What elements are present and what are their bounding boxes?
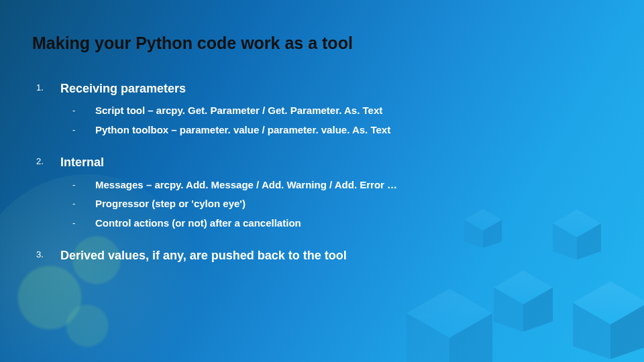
list-item: Derived values, if any, are pushed back … — [32, 248, 612, 263]
content-area: Making your Python code work as a tool R… — [0, 0, 644, 264]
sub-item: Messages – arcpy. Add. Message / Add. Wa… — [32, 178, 612, 193]
sub-list: Script tool – arcpy. Get. Parameter / Ge… — [32, 103, 612, 137]
item-heading: Receiving parameters — [32, 81, 612, 97]
sub-item: Script tool – arcpy. Get. Parameter / Ge… — [32, 103, 612, 119]
sub-item: Python toolbox – parameter. value / para… — [32, 123, 612, 138]
sub-list: Messages – arcpy. Add. Message / Add. Wa… — [32, 178, 612, 231]
list-item: Internal Messages – arcpy. Add. Message … — [32, 155, 612, 231]
sub-item: Progressor (step or 'cylon eye') — [32, 196, 612, 212]
slide-title: Making your Python code work as a tool — [32, 34, 612, 53]
main-list: Receiving parameters Script tool – arcpy… — [32, 81, 612, 264]
list-item: Receiving parameters Script tool – arcpy… — [32, 81, 612, 137]
sub-item: Control actions (or not) after a cancell… — [32, 216, 612, 231]
item-heading: Internal — [32, 155, 612, 170]
slide: Making your Python code work as a tool R… — [0, 0, 644, 362]
item-heading: Derived values, if any, are pushed back … — [32, 248, 612, 263]
